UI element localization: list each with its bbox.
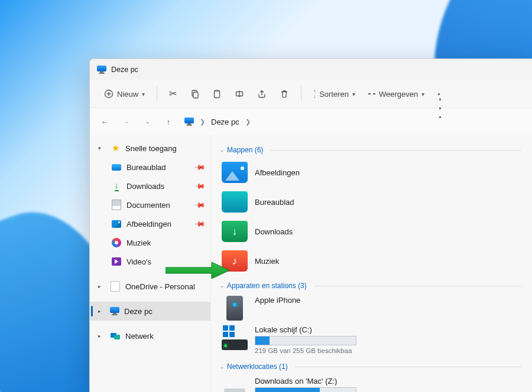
- sidebar-item-label: Muziek: [126, 239, 206, 247]
- new-label: Nieuw: [117, 90, 138, 99]
- network-icon: [110, 331, 121, 341]
- cut-icon: ✂: [169, 89, 177, 99]
- capacity-bar: [255, 387, 356, 392]
- cut-button[interactable]: ✂: [164, 84, 181, 103]
- chevron-down-icon: ⌵: [220, 364, 223, 370]
- chevron-down-icon: ▾: [98, 145, 105, 151]
- section-label: Apparaten en stations (3): [227, 282, 307, 290]
- paste-icon: [212, 89, 222, 99]
- title-bar[interactable]: Deze pc: [90, 59, 532, 80]
- chevron-down-icon: ⌵: [220, 147, 223, 153]
- this-pc-icon: [110, 307, 119, 315]
- content-pane: ⌵ Mappen (6) Afbeeldingen Bureaublad Dow…: [211, 135, 532, 392]
- chevron-down-icon: ⌵: [220, 283, 223, 289]
- device-label: Lokale schijf (C:): [255, 325, 356, 334]
- address-bar[interactable]: ❯ Deze pc ❯: [184, 113, 523, 130]
- recent-locations-button[interactable]: ⌵: [142, 119, 153, 125]
- view-button[interactable]: Weergeven ▾: [364, 84, 429, 103]
- this-pc-icon: [184, 117, 194, 126]
- up-button[interactable]: ↑: [163, 117, 174, 126]
- rename-button[interactable]: [230, 84, 249, 103]
- chevron-right-icon: ▸: [98, 333, 105, 339]
- device-item-local-disk-c[interactable]: Lokale schijf (C:) 219 GB van 255 GB bes…: [218, 323, 384, 357]
- sidebar-item-videos[interactable]: Video's: [90, 252, 210, 271]
- section-rule: [295, 367, 521, 367]
- chevron-down-icon: ▾: [352, 91, 355, 97]
- svg-rect-4: [193, 92, 198, 98]
- view-label: Weergeven: [379, 90, 418, 99]
- sidebar-item-downloads[interactable]: ↓ Downloads 📌: [90, 177, 210, 195]
- trash-icon: [280, 89, 289, 99]
- separator: [157, 87, 157, 101]
- star-icon: ★: [110, 143, 121, 153]
- chevron-right-icon: ▸: [98, 283, 105, 289]
- capacity-bar: [255, 336, 356, 345]
- folder-item-downloads[interactable]: Downloads: [218, 217, 380, 246]
- device-item-iphone[interactable]: Apple iPhone: [218, 293, 384, 323]
- copy-icon: [190, 89, 199, 99]
- desktop-folder-icon: [222, 191, 248, 213]
- sidebar-item-music[interactable]: Muziek: [90, 233, 210, 252]
- svg-rect-6: [216, 90, 218, 92]
- view-icon: [368, 93, 375, 94]
- breadcrumb-separator: ❯: [245, 118, 251, 126]
- breadcrumb-separator: ❯: [200, 118, 205, 126]
- folder-item-desktop[interactable]: Bureaublad: [218, 187, 380, 217]
- music-icon: [111, 237, 122, 248]
- sort-icon: ↑↓: [313, 89, 316, 99]
- device-label: Downloads on 'Mac' (Z:): [255, 377, 356, 386]
- more-button[interactable]: [433, 84, 445, 103]
- network-drive-z[interactable]: Downloads on 'Mac' (Z:) 84,4 GB van 233 …: [218, 374, 384, 392]
- sidebar-item-label: OneDrive - Personal: [125, 282, 206, 291]
- delete-button[interactable]: [275, 84, 294, 103]
- sidebar-item-label: Snelle toegang: [125, 144, 206, 153]
- new-button[interactable]: Nieuw ▾: [99, 84, 150, 103]
- folder-label: Muziek: [255, 257, 279, 266]
- document-icon: [111, 200, 122, 210]
- music-folder-icon: [222, 250, 248, 272]
- phone-icon: [222, 296, 248, 321]
- this-pc-icon: [97, 66, 106, 74]
- sidebar-item-label: Netwerk: [125, 332, 206, 341]
- sort-label: Sorteren: [319, 90, 349, 99]
- breadcrumb-item[interactable]: Deze pc: [211, 117, 239, 126]
- navigation-bar: ← → ⌵ ↑ ❯ Deze pc ❯: [90, 108, 532, 135]
- section-devices[interactable]: ⌵ Apparaten en stations (3): [220, 282, 521, 290]
- sort-button[interactable]: ↑↓ Sorteren ▾: [309, 84, 360, 103]
- sidebar-item-desktop[interactable]: Bureaublad 📌: [90, 158, 210, 177]
- sidebar-item-pictures[interactable]: Afbeeldingen 📌: [90, 214, 210, 233]
- chevron-down-icon: ▾: [421, 91, 424, 97]
- pictures-folder-icon: [222, 162, 248, 183]
- navigation-pane: ▾ ★ Snelle toegang Bureaublad 📌 ↓ Downlo…: [90, 135, 211, 392]
- section-label: Netwerklocaties (1): [227, 362, 288, 371]
- desktop-icon: [111, 162, 122, 172]
- sidebar-item-label: Deze pc: [124, 307, 206, 316]
- command-bar: Nieuw ▾ ✂: [90, 80, 532, 108]
- more-icon: [438, 93, 440, 95]
- sidebar-item-label: Video's: [126, 257, 206, 266]
- sidebar-item-documents[interactable]: Documenten 📌: [90, 195, 210, 214]
- folder-item-music[interactable]: Muziek: [218, 246, 380, 276]
- sidebar-item-this-pc[interactable]: ▸ Deze pc: [90, 302, 210, 321]
- share-button[interactable]: [252, 84, 271, 103]
- file-explorer-window: Deze pc Nieuw ▾ ✂: [89, 58, 532, 392]
- window-title: Deze pc: [111, 66, 138, 74]
- sidebar-quick-access[interactable]: ▾ ★ Snelle toegang: [90, 139, 210, 158]
- sidebar-item-network[interactable]: ▸ Netwerk: [90, 326, 210, 345]
- back-button[interactable]: ←: [99, 117, 110, 126]
- onedrive-icon: [110, 281, 121, 292]
- section-network-locations[interactable]: ⌵ Netwerklocaties (1): [220, 362, 521, 371]
- section-label: Mappen (6): [227, 146, 263, 154]
- copy-button[interactable]: [185, 84, 204, 103]
- sidebar-item-onedrive[interactable]: ▸ OneDrive - Personal: [90, 277, 210, 296]
- capacity-text: 219 GB van 255 GB beschikbaa: [255, 347, 356, 354]
- folder-item-pictures[interactable]: Afbeeldingen: [218, 158, 380, 187]
- paste-button[interactable]: [207, 84, 226, 103]
- downloads-folder-icon: [222, 221, 248, 242]
- chevron-right-icon: ▸: [98, 308, 105, 314]
- section-folders[interactable]: ⌵ Mappen (6): [220, 146, 521, 154]
- forward-button[interactable]: →: [121, 117, 131, 126]
- download-icon: ↓: [111, 181, 122, 191]
- folder-label: Afbeeldingen: [255, 168, 300, 177]
- plus-circle-icon: [104, 89, 113, 99]
